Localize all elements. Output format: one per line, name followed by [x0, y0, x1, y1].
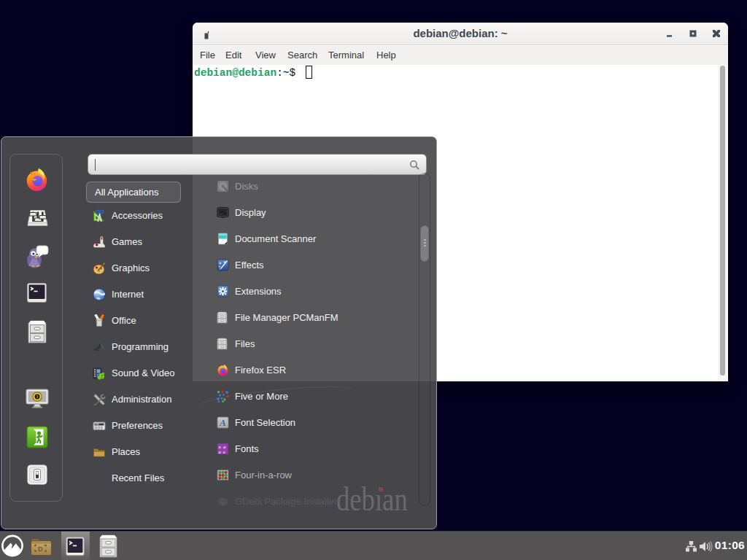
svg-text:a: a	[219, 449, 222, 455]
svg-text:A: A	[219, 417, 226, 428]
svg-text:745: 745	[95, 423, 99, 426]
svg-text:D: D	[38, 545, 43, 553]
